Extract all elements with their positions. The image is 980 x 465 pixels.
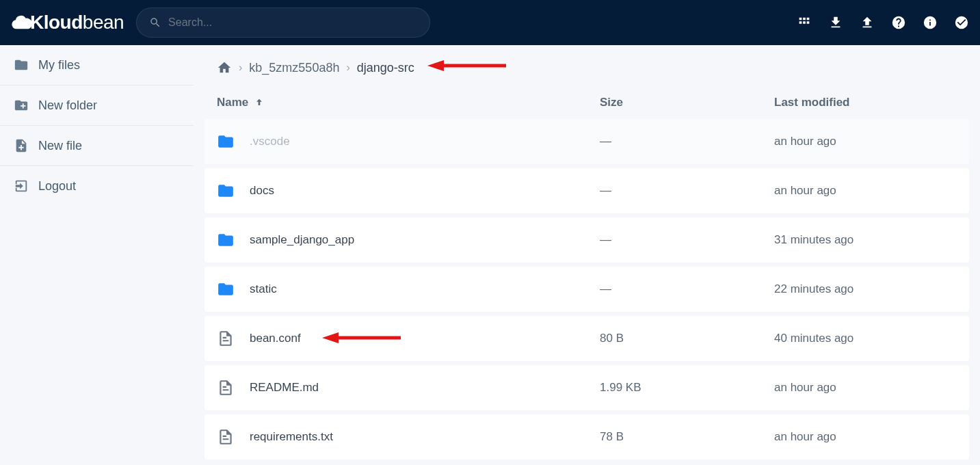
- file-name: requirements.txt: [250, 430, 600, 444]
- file-modified: 31 minutes ago: [774, 233, 957, 247]
- column-header-modified[interactable]: Last modified: [774, 96, 957, 109]
- breadcrumb-item-current[interactable]: django-src: [357, 61, 414, 75]
- file-name: sample_django_app: [250, 233, 600, 247]
- file-modified: an hour ago: [774, 184, 957, 198]
- folder-icon: [217, 231, 235, 249]
- upload-icon[interactable]: [860, 15, 875, 30]
- table-row[interactable]: static — 22 minutes ago: [204, 267, 969, 312]
- file-size: —: [600, 282, 774, 296]
- app-header: Kloudbean: [0, 0, 980, 45]
- file-modified: 40 minutes ago: [774, 332, 957, 345]
- home-icon[interactable]: [217, 60, 232, 75]
- help-icon[interactable]: [891, 15, 906, 30]
- sidebar-item-label: New folder: [38, 98, 97, 113]
- breadcrumb: › kb_5zmz550a8h › django-src: [204, 45, 969, 86]
- app-logo: Kloudbean: [11, 12, 124, 34]
- file-size: 78 B: [600, 430, 774, 444]
- file-size: —: [600, 233, 774, 247]
- file-name: docs: [250, 184, 600, 198]
- new-file-icon: [14, 138, 29, 153]
- file-size: —: [600, 135, 774, 148]
- sidebar-item-logout[interactable]: Logout: [0, 166, 194, 206]
- grid-icon[interactable]: [797, 15, 812, 30]
- download-icon[interactable]: [828, 15, 843, 30]
- header-toolbar: [797, 15, 969, 30]
- check-circle-icon[interactable]: [954, 15, 969, 30]
- file-size: 80 B: [600, 332, 774, 345]
- file-modified: 22 minutes ago: [774, 282, 957, 296]
- chevron-right-icon: ›: [239, 62, 242, 74]
- sidebar: My files New folder New file Logout: [0, 45, 194, 465]
- file-modified: an hour ago: [774, 135, 957, 148]
- file-modified: an hour ago: [774, 430, 957, 444]
- folder-icon: [217, 280, 235, 298]
- file-icon: [217, 330, 235, 347]
- breadcrumb-item[interactable]: kb_5zmz550a8h: [249, 61, 339, 75]
- folder-icon: [217, 182, 235, 200]
- search-box[interactable]: [136, 8, 430, 38]
- file-size: —: [600, 184, 774, 198]
- search-input[interactable]: [168, 16, 417, 29]
- sort-asc-icon: [254, 97, 265, 108]
- file-icon: [217, 428, 235, 446]
- table-row[interactable]: README.md 1.99 KB an hour ago: [204, 365, 969, 410]
- column-header-name[interactable]: Name: [217, 96, 600, 109]
- folder-icon: [217, 133, 235, 150]
- info-icon[interactable]: [923, 15, 938, 30]
- main-content: › kb_5zmz550a8h › django-src Name Size L…: [194, 45, 980, 465]
- sidebar-item-my-files[interactable]: My files: [0, 45, 194, 85]
- table-row[interactable]: requirements.txt 78 B an hour ago: [204, 414, 969, 460]
- file-modified: an hour ago: [774, 381, 957, 395]
- file-name: README.md: [250, 381, 600, 395]
- file-icon: [217, 379, 235, 397]
- sidebar-item-new-folder[interactable]: New folder: [0, 85, 194, 126]
- sidebar-item-label: Logout: [38, 179, 76, 194]
- table-row[interactable]: sample_django_app — 31 minutes ago: [204, 217, 969, 263]
- file-list: .vscode — an hour ago docs — an hour ago…: [204, 119, 969, 460]
- new-folder-icon: [14, 98, 29, 113]
- file-name: static: [250, 282, 600, 296]
- table-row[interactable]: bean.conf 80 B 40 minutes ago: [204, 316, 969, 361]
- file-name: bean.conf: [250, 332, 600, 345]
- sidebar-item-label: My files: [38, 58, 80, 72]
- logout-icon: [14, 178, 29, 194]
- chevron-right-icon: ›: [346, 62, 349, 74]
- file-size: 1.99 KB: [600, 381, 774, 395]
- folder-icon: [14, 57, 29, 72]
- file-name: .vscode: [250, 135, 600, 148]
- sidebar-item-new-file[interactable]: New file: [0, 126, 194, 166]
- column-header-size[interactable]: Size: [600, 96, 774, 109]
- table-header: Name Size Last modified: [204, 86, 969, 119]
- table-row[interactable]: .vscode — an hour ago: [204, 119, 969, 164]
- table-row[interactable]: docs — an hour ago: [204, 168, 969, 213]
- search-icon: [149, 16, 161, 29]
- sidebar-item-label: New file: [38, 139, 82, 153]
